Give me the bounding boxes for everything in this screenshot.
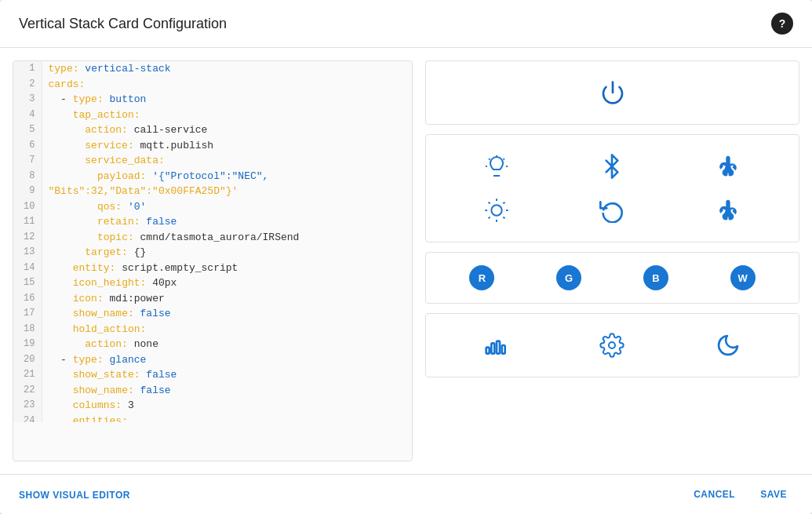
r-circle[interactable]: R: [469, 265, 494, 290]
bluetooth-icon: [599, 154, 624, 179]
table-row: 12 topic: cmnd/tasmota_aurora/IRSend: [13, 230, 412, 246]
fan-small-icon: [716, 198, 741, 223]
table-row: 1type: vertical-stack: [13, 61, 412, 77]
power-section: [425, 60, 799, 125]
w-circle[interactable]: W: [730, 265, 756, 290]
table-row: 14 entity: script.empty_script: [13, 261, 412, 276]
svg-rect-18: [501, 345, 504, 354]
table-row: 6 service: mqtt.publish: [13, 138, 412, 154]
b-circle[interactable]: B: [643, 265, 668, 290]
svg-rect-16: [491, 343, 494, 353]
footer-right: CANCEL SAVE: [687, 486, 793, 503]
table-row: 24 entities:: [13, 414, 412, 423]
svg-line-9: [488, 202, 490, 204]
settings-star-icon-btn[interactable]: [593, 326, 631, 364]
bluetooth-icon-btn[interactable]: [593, 148, 631, 185]
table-row: 13 target: {}: [13, 245, 412, 261]
table-row: 9"Bits":32,"Data":"0x00FFA25D"}': [13, 184, 412, 199]
svg-line-10: [503, 217, 504, 218]
svg-point-19: [609, 342, 615, 348]
svg-line-4: [489, 159, 490, 159]
table-row: 11 retain: false: [13, 214, 412, 230]
table-row: 17 show_name: false: [13, 306, 412, 322]
table-row: 22 show_name: false: [13, 383, 412, 399]
table-row: 15 icon_height: 40px: [13, 275, 412, 291]
svg-line-2: [503, 159, 504, 159]
table-row: 8 payload: '{"Protocol":"NEC",: [13, 169, 412, 184]
bulb-icon: [484, 154, 509, 179]
fan-small-icon-btn[interactable]: [709, 191, 747, 229]
svg-rect-17: [497, 341, 500, 354]
preview-panel: R G B W: [425, 60, 799, 461]
table-row: 3 - type: button: [13, 92, 412, 108]
dialog-title: Vertical Stack Card Configuration: [19, 16, 227, 32]
settings-star-icon: [599, 333, 624, 358]
code-editor-panel: 1type: vertical-stack2cards:3 - type: bu…: [13, 60, 413, 461]
color-section: R G B W: [425, 252, 799, 304]
power-icon-btn[interactable]: [594, 74, 632, 111]
moon-icon: [716, 333, 741, 358]
lights-section: [425, 134, 799, 242]
svg-line-13: [488, 217, 490, 218]
power-icon: [600, 80, 625, 105]
fan-large-icon: [716, 154, 741, 179]
lights-row-2: [439, 191, 786, 229]
table-row: 5 action: call-service: [13, 122, 412, 138]
modes-row: [439, 326, 786, 364]
svg-point-6: [491, 205, 501, 215]
history-icon: [599, 198, 624, 223]
dialog-footer: SHOW VISUAL EDITOR CANCEL SAVE: [0, 474, 812, 514]
table-row: 20 - type: glance: [13, 352, 412, 368]
code-editor[interactable]: 1type: vertical-stack2cards:3 - type: bu…: [13, 61, 412, 422]
table-row: 23 columns: 3: [13, 398, 412, 414]
infinity-icon: [484, 333, 509, 358]
table-row: 16 icon: mdi:power: [13, 291, 412, 307]
save-button[interactable]: SAVE: [754, 486, 793, 503]
lights-row-1: [439, 148, 786, 185]
svg-line-14: [503, 202, 504, 204]
help-icon[interactable]: ?: [771, 13, 793, 35]
show-visual-editor-button[interactable]: SHOW VISUAL EDITOR: [19, 490, 130, 501]
infinity-icon-btn[interactable]: [478, 326, 515, 364]
table-row: 18 hold_action:: [13, 322, 412, 337]
table-row: 19 action: none: [13, 337, 412, 352]
table-row: 4 tap_action:: [13, 108, 412, 123]
moon-icon-btn[interactable]: [709, 326, 747, 364]
bulb-dim-icon-btn[interactable]: [478, 191, 515, 229]
cancel-button[interactable]: CANCEL: [687, 486, 741, 503]
history-icon-btn[interactable]: [593, 191, 631, 229]
fan-large-icon-btn[interactable]: [709, 148, 747, 185]
code-table: 1type: vertical-stack2cards:3 - type: bu…: [13, 61, 412, 422]
footer-left: SHOW VISUAL EDITOR: [19, 487, 130, 501]
table-row: 7 service_data:: [13, 153, 412, 169]
dialog-header: Vertical Stack Card Configuration ?: [0, 0, 812, 48]
bulb-dim-icon: [484, 198, 509, 223]
dialog-body: 1type: vertical-stack2cards:3 - type: bu…: [0, 48, 812, 474]
svg-rect-15: [486, 348, 489, 354]
color-row: R G B W: [439, 265, 786, 290]
table-row: 10 qos: '0': [13, 199, 412, 215]
table-row: 21 show_state: false: [13, 367, 412, 383]
table-row: 2cards:: [13, 77, 412, 93]
modes-section: [425, 313, 799, 377]
vertical-stack-card-dialog: Vertical Stack Card Configuration ? 1typ…: [0, 0, 812, 514]
g-circle[interactable]: G: [556, 265, 581, 290]
bulb-icon-btn[interactable]: [478, 148, 515, 185]
